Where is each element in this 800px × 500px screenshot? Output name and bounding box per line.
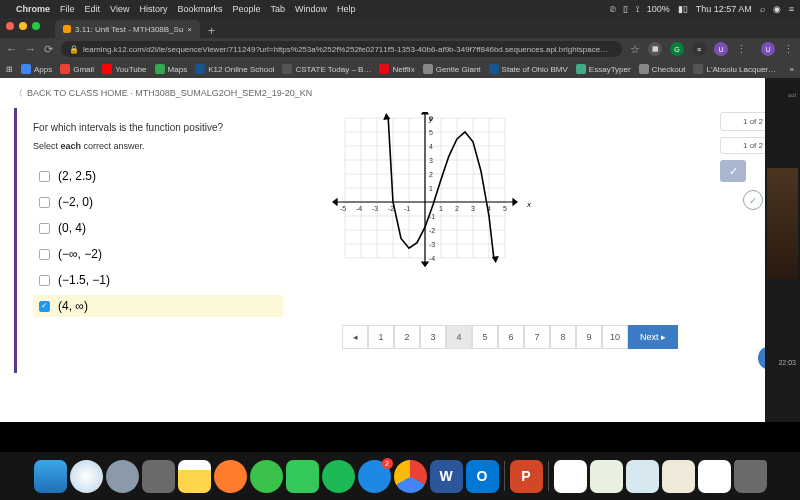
page-button-1[interactable]: 1 <box>368 325 394 349</box>
airplay-icon[interactable]: ▯ <box>623 4 628 14</box>
page-button-9[interactable]: 9 <box>576 325 602 349</box>
search-icon[interactable]: ⌕ <box>760 4 765 14</box>
wifi-icon[interactable]: ⟟ <box>636 4 639 15</box>
app-name[interactable]: Chrome <box>16 4 50 14</box>
bookmark-11[interactable]: L'Absolu Lacquer… <box>693 64 776 74</box>
menu-view[interactable]: View <box>110 4 129 14</box>
minimize-window-icon[interactable] <box>19 22 27 30</box>
dock-facetime-icon[interactable] <box>286 460 319 493</box>
bookmark-8[interactable]: State of Ohio BMV <box>489 64 568 74</box>
dock-messages-icon[interactable] <box>250 460 283 493</box>
address-bar[interactable]: 🔒 learning.k12.com/d2l/le/sequenceViewer… <box>61 41 622 57</box>
maximize-window-icon[interactable] <box>32 22 40 30</box>
dock-trash-icon[interactable] <box>734 460 767 493</box>
bookmark-5[interactable]: CSTATE Today – B… <box>282 64 371 74</box>
dock-finder-icon[interactable] <box>34 460 67 493</box>
browser-tab[interactable]: 3.11: Unit Test - MTH308B_Su × <box>55 20 200 38</box>
dock-chrome-icon[interactable] <box>394 460 427 493</box>
forward-button[interactable]: → <box>25 43 36 55</box>
dock-file-1[interactable] <box>554 460 587 493</box>
page-button-5[interactable]: 5 <box>472 325 498 349</box>
star-icon[interactable]: ☆ <box>630 43 640 56</box>
bookmark-2[interactable]: YouTube <box>102 64 146 74</box>
page-button-6[interactable]: 6 <box>498 325 524 349</box>
page-button-7[interactable]: 7 <box>524 325 550 349</box>
new-tab-button[interactable]: + <box>200 24 223 38</box>
page-button-2[interactable]: 2 <box>394 325 420 349</box>
window-traffic-lights <box>6 22 40 30</box>
siri-icon[interactable]: ◉ <box>773 4 781 14</box>
menu-help[interactable]: Help <box>337 4 356 14</box>
close-window-icon[interactable] <box>6 22 14 30</box>
dock-word-icon[interactable]: W <box>430 460 463 493</box>
breadcrumb-text[interactable]: BACK TO CLASS HOME · MTH308B_SUMALG2OH_S… <box>27 88 312 98</box>
dock-outlook-icon[interactable]: O <box>466 460 499 493</box>
kebab-menu-icon[interactable]: ⋮ <box>736 43 747 56</box>
answer-text: (−2, 0) <box>58 195 93 209</box>
bookmark-0[interactable]: Apps <box>21 64 52 74</box>
answer-checkbox[interactable] <box>39 301 50 312</box>
back-button[interactable]: ← <box>6 43 17 55</box>
reload-button[interactable]: ⟳ <box>44 43 53 56</box>
menu-tab[interactable]: Tab <box>270 4 285 14</box>
page-next-button[interactable]: Next ▸ <box>628 325 678 349</box>
answer-checkbox[interactable] <box>39 275 50 286</box>
answer-option-5[interactable]: (4, ∞) <box>33 295 283 317</box>
bookmark-7[interactable]: Gentle Giant <box>423 64 481 74</box>
ext-icon-4[interactable]: U <box>714 42 728 56</box>
menu-edit[interactable]: Edit <box>85 4 101 14</box>
dock-books-icon[interactable] <box>214 460 247 493</box>
menu-history[interactable]: History <box>139 4 167 14</box>
answer-option-0[interactable]: (2, 2.5) <box>33 165 283 187</box>
ext-icon-1[interactable]: ▦ <box>648 42 662 56</box>
page-button-10[interactable]: 10 <box>602 325 628 349</box>
answer-option-3[interactable]: (−∞, −2) <box>33 243 283 265</box>
ext-icon-2[interactable]: G <box>670 42 684 56</box>
menu-window[interactable]: Window <box>295 4 327 14</box>
dock-safari-icon[interactable] <box>70 460 103 493</box>
answer-option-1[interactable]: (−2, 0) <box>33 191 283 213</box>
menu-file[interactable]: File <box>60 4 75 14</box>
dock-notes-icon[interactable] <box>178 460 211 493</box>
bookmark-1[interactable]: Gmail <box>60 64 94 74</box>
page-button-3[interactable]: 3 <box>420 325 446 349</box>
answer-checkbox[interactable] <box>39 171 50 182</box>
dock-spotify-icon[interactable] <box>322 460 355 493</box>
profile-icon[interactable]: U <box>761 42 775 56</box>
dock-file-2[interactable] <box>590 460 623 493</box>
dock-powerpoint-icon[interactable]: P <box>510 460 543 493</box>
answer-checkbox[interactable] <box>39 249 50 260</box>
bookmark-favicon <box>379 64 389 74</box>
bookmark-6[interactable]: Netflix <box>379 64 414 74</box>
dock-appstore-icon[interactable]: 2 <box>358 460 391 493</box>
page-button-4[interactable]: 4 <box>446 325 472 349</box>
breadcrumb-back-icon[interactable]: 〈 <box>14 87 23 100</box>
page-prev-button[interactable]: ◂ <box>342 325 368 349</box>
menu-icon[interactable]: ≡ <box>789 4 794 14</box>
apps-shortcut[interactable]: ⊞ <box>6 65 13 74</box>
menu-bookmarks[interactable]: Bookmarks <box>177 4 222 14</box>
dock-launchpad-icon[interactable] <box>106 460 139 493</box>
answer-checkbox[interactable] <box>39 197 50 208</box>
ext-icon-3[interactable]: ≡ <box>692 42 706 56</box>
menu-people[interactable]: People <box>232 4 260 14</box>
bookmark-9[interactable]: EssayTyper <box>576 64 631 74</box>
sidebar-confirm-icon[interactable]: ✓ <box>743 190 763 210</box>
dock-file-5[interactable] <box>698 460 731 493</box>
clock[interactable]: Thu 12:57 AM <box>696 4 752 14</box>
tab-close-icon[interactable]: × <box>187 25 192 34</box>
answer-checkbox[interactable] <box>39 223 50 234</box>
answer-option-4[interactable]: (−1.5, −1) <box>33 269 283 291</box>
bookmark-4[interactable]: K12 Online School <box>195 64 274 74</box>
sidebar-check-button[interactable]: ✓ <box>720 160 746 182</box>
bookmarks-overflow[interactable]: » <box>790 65 794 74</box>
screenshare-icon[interactable]: ⎚ <box>610 4 615 14</box>
answer-option-2[interactable]: (0, 4) <box>33 217 283 239</box>
dock-file-3[interactable] <box>626 460 659 493</box>
dock-settings-icon[interactable] <box>142 460 175 493</box>
bookmark-3[interactable]: Maps <box>155 64 188 74</box>
dock-file-4[interactable] <box>662 460 695 493</box>
bookmark-10[interactable]: Checkout <box>639 64 686 74</box>
page-button-8[interactable]: 8 <box>550 325 576 349</box>
window-menu-icon[interactable]: ⋮ <box>783 43 794 56</box>
